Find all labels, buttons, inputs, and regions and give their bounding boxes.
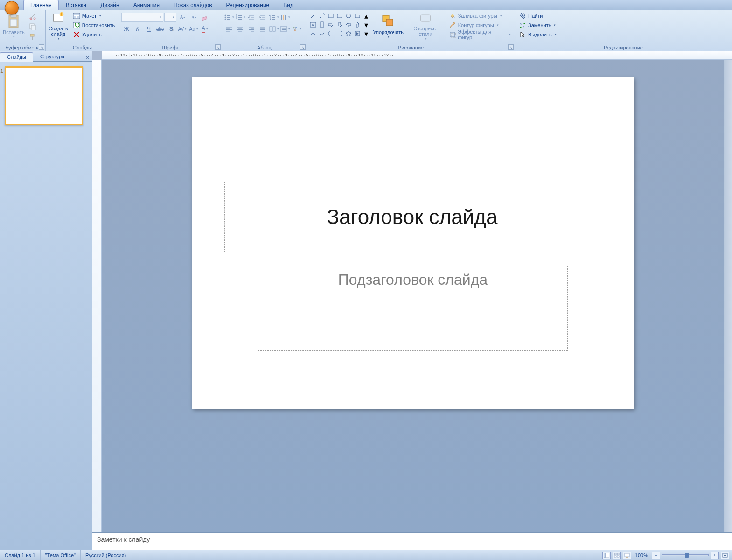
shape-arrow[interactable]: [318, 12, 326, 20]
shape-brace[interactable]: [327, 29, 335, 38]
font-size-combo[interactable]: ▾: [164, 13, 176, 22]
clipboard-dialog-launcher[interactable]: ↘: [39, 44, 44, 50]
tab-slideshow[interactable]: Показ слайдов: [167, 0, 219, 10]
view-sorter-button[interactable]: [613, 552, 621, 559]
format-painter-button[interactable]: [28, 32, 38, 42]
zoom-in-button[interactable]: +: [711, 552, 719, 559]
shape-left-arrow[interactable]: [344, 21, 353, 29]
char-spacing-button[interactable]: AV▾: [177, 24, 188, 34]
reset-button[interactable]: Восстановить: [71, 21, 117, 30]
gallery-more[interactable]: ▾: [362, 29, 370, 38]
shape-star[interactable]: [344, 29, 353, 38]
status-theme[interactable]: "Тема Office": [41, 550, 81, 560]
notes-pane[interactable]: Заметки к слайду: [92, 532, 732, 550]
view-normal-button[interactable]: [602, 552, 611, 559]
side-tab-slides[interactable]: Слайды: [0, 52, 33, 62]
vertical-scrollbar[interactable]: [724, 60, 732, 532]
shape-outline-button[interactable]: Контур фигуры▾: [447, 21, 513, 30]
slide-thumbnail-1[interactable]: 1: [5, 66, 83, 125]
gallery-scroll-down[interactable]: ▾: [362, 21, 370, 29]
side-panel-close[interactable]: ×: [83, 55, 92, 61]
layout-button[interactable]: Макет▾: [71, 11, 117, 21]
side-panel: Слайды Структура × 1: [0, 51, 92, 550]
columns-button[interactable]: ▾: [269, 24, 279, 34]
shape-snip-rect[interactable]: [353, 12, 362, 20]
shrink-font-button[interactable]: A▾: [188, 12, 199, 22]
underline-button[interactable]: Ч: [144, 24, 154, 34]
bold-button[interactable]: Ж: [121, 24, 132, 34]
increase-indent-button[interactable]: [258, 12, 268, 22]
font-dialog-launcher[interactable]: ↘: [215, 44, 221, 50]
status-slide-count[interactable]: Слайд 1 из 1: [0, 550, 41, 560]
canvas-area[interactable]: Заголовок слайда Подзаголовок слайда: [102, 60, 724, 532]
tab-animation[interactable]: Анимация: [126, 0, 167, 10]
delete-slide-button[interactable]: Удалить: [71, 30, 117, 39]
bullets-button[interactable]: ▾: [224, 12, 234, 22]
tab-design[interactable]: Дизайн: [93, 0, 126, 10]
shape-action[interactable]: [353, 29, 362, 38]
zoom-out-button[interactable]: −: [652, 552, 660, 559]
shape-rectangle[interactable]: [327, 12, 335, 20]
drawing-dialog-launcher[interactable]: ↘: [508, 44, 514, 50]
new-slide-button[interactable]: Создать слайд ▾: [47, 11, 70, 42]
convert-smartart-button[interactable]: ▾: [291, 24, 301, 34]
shape-right-arrow[interactable]: [327, 21, 335, 29]
font-color-button[interactable]: A▾: [200, 24, 210, 34]
tab-insert[interactable]: Вставка: [59, 0, 94, 10]
shape-line[interactable]: [309, 12, 317, 20]
text-direction-button[interactable]: ▾: [280, 12, 290, 22]
align-right-button[interactable]: [246, 24, 257, 34]
tab-review[interactable]: Рецензирование: [219, 0, 277, 10]
align-text-vertical-button[interactable]: ▾: [280, 24, 290, 34]
gallery-scroll-up[interactable]: ▴: [362, 12, 370, 20]
tab-view[interactable]: Вид: [276, 0, 300, 10]
vertical-ruler[interactable]: 9876543210123456789: [92, 60, 102, 532]
cut-button[interactable]: [28, 11, 38, 21]
shape-round-rect[interactable]: [335, 12, 344, 20]
zoom-slider[interactable]: [662, 554, 709, 556]
shape-effects-button[interactable]: Эффекты для фигур▾: [447, 30, 513, 39]
align-left-button[interactable]: [224, 24, 234, 34]
paragraph-dialog-launcher[interactable]: ↘: [300, 44, 306, 50]
shape-fill-button[interactable]: Заливка фигуры▾: [447, 11, 513, 21]
select-button[interactable]: Выделить▾: [517, 30, 558, 39]
shape-freeform[interactable]: [318, 29, 326, 38]
shape-curve[interactable]: [309, 29, 317, 38]
text-shadow-button[interactable]: S: [166, 24, 176, 34]
replace-button[interactable]: abЗаменить▾: [517, 21, 558, 30]
shape-bracket[interactable]: [335, 29, 344, 38]
arrange-button[interactable]: Упорядочить▾: [371, 11, 405, 42]
horizontal-ruler[interactable]: · · 12 · | · 11 · · · 10 · · · 9 · · · 8…: [102, 51, 732, 60]
clear-formatting-button[interactable]: [200, 12, 210, 22]
slide-canvas[interactable]: Заголовок слайда Подзаголовок слайда: [192, 77, 634, 409]
status-language[interactable]: Русский (Россия): [81, 550, 131, 560]
subtitle-placeholder[interactable]: Подзаголовок слайда: [258, 266, 568, 351]
font-name-combo[interactable]: ▾: [121, 13, 163, 22]
align-center-button[interactable]: [235, 24, 245, 34]
fit-to-window-button[interactable]: [721, 552, 729, 559]
title-placeholder[interactable]: Заголовок слайда: [224, 182, 600, 252]
copy-button[interactable]: [28, 21, 38, 32]
tab-home[interactable]: Главная: [23, 0, 59, 10]
shape-textbox[interactable]: A: [309, 21, 317, 29]
zoom-level[interactable]: 100%: [635, 553, 648, 558]
bucket-icon: [449, 12, 456, 20]
change-case-button[interactable]: Aa▾: [188, 24, 199, 34]
shape-vertical-textbox[interactable]: [318, 21, 326, 29]
view-slideshow-button[interactable]: [623, 552, 631, 559]
italic-button[interactable]: К: [132, 24, 143, 34]
shape-up-arrow[interactable]: [353, 21, 362, 29]
grow-font-button[interactable]: A▴: [177, 12, 188, 22]
line-spacing-button[interactable]: ▾: [269, 12, 279, 22]
shape-down-arrow[interactable]: [335, 21, 344, 29]
strikethrough-button[interactable]: abc: [155, 24, 165, 34]
quick-styles-button[interactable]: Экспресс-стили▾: [405, 11, 446, 42]
side-tab-outline[interactable]: Структура: [33, 52, 71, 61]
justify-button[interactable]: [258, 24, 268, 34]
find-button[interactable]: Найти: [517, 11, 558, 21]
decrease-indent-button[interactable]: [246, 12, 257, 22]
paste-button[interactable]: Вставить ▾: [1, 11, 27, 42]
shape-oval[interactable]: [344, 12, 353, 20]
numbering-button[interactable]: 123▾: [235, 12, 245, 22]
shapes-gallery[interactable]: ▴ A ▾ ▾: [309, 12, 370, 38]
